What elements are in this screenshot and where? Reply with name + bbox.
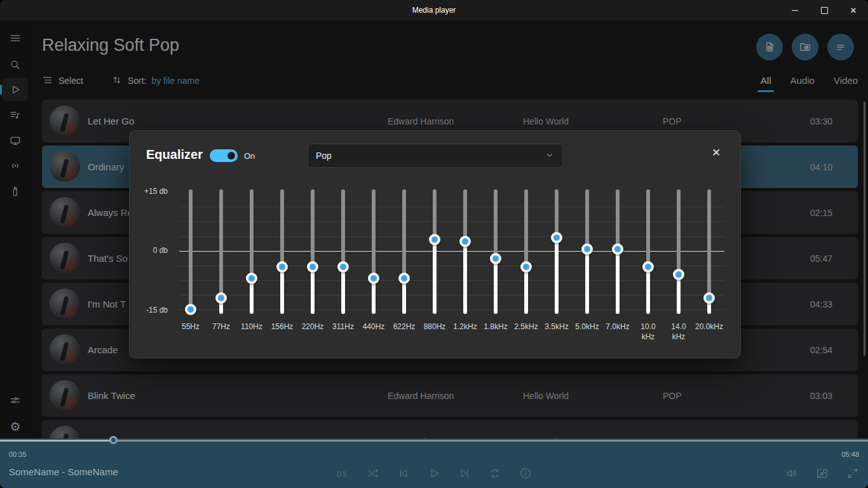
eq-band-156hz: 156Hz [267,131,297,347]
eq-slider-thumb[interactable] [368,273,379,284]
info-button[interactable] [515,466,536,481]
eq-slider-thumb[interactable] [642,261,654,273]
eq-band-311hz: 311Hz [328,131,358,347]
eq-band-622hz: 622Hz [389,131,419,347]
maximize-icon [821,7,828,14]
eq-slider-thumb[interactable] [490,253,501,264]
shuffle-button[interactable] [363,466,383,481]
eq-slider-thumb[interactable] [276,261,288,273]
now-playing-title: SomeName - SomeName [9,466,118,477]
eq-band-label: 20.0kHz [690,322,728,332]
close-icon: ✕ [850,6,857,15]
eq-band-440hz: 440Hz [358,131,389,347]
eq-band-10.0khz: 10.0kHz [633,131,663,347]
seek-bar[interactable] [0,440,868,442]
eq-band-110hz: 110Hz [236,131,267,347]
eq-slider-fill [585,249,589,314]
axis-label-top: +15 db [130,187,168,196]
previous-button[interactable] [393,466,414,481]
volume-icon [785,466,799,480]
volume-button[interactable] [782,466,802,481]
eq-slider-thumb[interactable] [673,269,684,280]
mini-player-button[interactable] [812,466,832,481]
eq-band-7.0khz: 7.0kHz [602,131,633,347]
close-button[interactable]: ✕ [839,0,868,20]
minimize-button[interactable] [780,0,810,20]
eq-slider-thumb[interactable] [551,232,562,243]
speed-icon: os [337,468,348,478]
media-player-window: Media player ✕ ⚙ Relaxing Soft Pop Selec… [0,0,868,488]
eq-slider-fill [341,267,345,314]
eq-slider-thumb[interactable] [246,273,257,284]
eq-slider-fill [677,274,681,314]
axis-label-bottom: -15 db [130,306,168,315]
eq-band-3.5khz: 3.5kHz [541,131,572,347]
eq-slider-thumb[interactable] [307,261,318,273]
eq-slider-fill [280,267,284,314]
fullscreen-icon [846,466,860,480]
window-title: Media player [0,0,868,20]
eq-slider-thumb[interactable] [185,304,196,315]
eq-band-5.0khz: 5.0kHz [572,131,602,347]
remaining-time: 05:48 [841,451,859,458]
eq-slider-fill [494,259,498,314]
eq-slider-fill [646,267,650,314]
seek-thumb[interactable] [109,436,118,444]
eq-band-220hz: 220Hz [297,131,328,347]
maximize-button[interactable] [810,0,839,20]
eq-slider-track[interactable] [189,189,193,314]
info-icon [519,466,532,480]
eq-slider-fill [311,267,315,314]
eq-band-20.0khz: 20.0kHz [694,131,724,347]
eq-slider-fill [433,240,437,314]
eq-slider-thumb[interactable] [703,292,715,304]
shuffle-icon [366,466,380,480]
repeat-icon [488,466,502,480]
previous-icon [397,466,410,480]
eq-slider-thumb[interactable] [398,273,410,284]
eq-slider-thumb[interactable] [429,234,440,245]
eq-band-2.5khz: 2.5kHz [511,131,541,347]
next-button[interactable] [454,466,475,481]
elapsed-time: 00:35 [9,451,27,458]
eq-band-77hz: 77Hz [206,131,236,347]
eq-slider-fill [463,241,467,314]
fullscreen-button[interactable] [843,466,863,481]
repeat-button[interactable] [485,466,505,481]
eq-band-1.2khz: 1.2kHz [450,131,480,347]
eq-band-55hz: 55Hz [175,131,206,347]
eq-slider-fill [524,267,528,314]
eq-slider-thumb[interactable] [337,261,349,273]
eq-band-14.0khz: 14.0kHz [663,131,694,347]
app-content: ⚙ Relaxing Soft Pop Select Sort: by file… [0,20,868,438]
next-icon [458,466,471,480]
eq-slider-thumb[interactable] [581,243,593,255]
titlebar: Media player ✕ [0,0,868,20]
playback-speed-button[interactable]: os [332,466,352,481]
play-button[interactable] [424,466,444,481]
eq-slider-thumb[interactable] [459,236,471,247]
playback-bar: 00:35 05:48 SomeName - SomeName os [0,438,868,488]
eq-band-880hz: 880Hz [419,131,450,347]
eq-band-1.8khz: 1.8kHz [480,131,511,347]
seek-fill [0,440,113,442]
play-outline-icon [427,466,441,480]
equalizer-dialog: Equalizer On Pop ✕ +15 db 0 db -15 db 55… [129,130,741,358]
eq-slider-fill [555,238,559,314]
eq-slider-thumb[interactable] [520,261,532,273]
mini-player-icon [815,466,829,480]
eq-slider-thumb[interactable] [215,292,227,304]
minimize-icon [792,10,798,11]
eq-slider-thumb[interactable] [612,243,623,255]
axis-label-zero: 0 db [130,246,168,255]
eq-slider-fill [616,249,620,314]
